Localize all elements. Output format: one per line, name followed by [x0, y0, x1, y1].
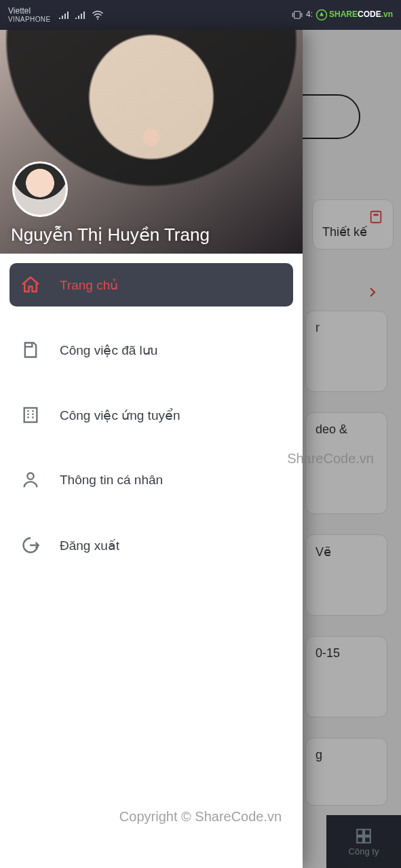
menu-label: Công việc đã lưu — [60, 342, 157, 358]
status-carriers: Viettel VINAPHONE — [8, 7, 51, 23]
menu-label: Công việc ứng tuyển — [60, 408, 180, 423]
menu-item-saved-jobs[interactable]: Công việc đã lưu — [9, 328, 293, 372]
carrier-secondary: VINAPHONE — [8, 16, 51, 23]
user-name: Nguyễn Thị Huyền Trang — [11, 224, 210, 245]
svg-point-6 — [27, 473, 33, 479]
status-time: 4: — [306, 10, 313, 19]
building-icon — [19, 403, 42, 427]
carrier-primary: Viettel — [8, 7, 51, 16]
signal-icon — [75, 11, 86, 19]
status-bar: Viettel VINAPHONE 4: SHARECODE.vn — [0, 0, 401, 30]
menu-label: Trang chủ — [60, 277, 118, 293]
svg-point-0 — [96, 18, 98, 20]
menu-item-home[interactable]: Trang chủ — [9, 263, 293, 307]
menu-label: Đăng xuất — [60, 538, 119, 553]
menu-item-applied-jobs[interactable]: Công việc ứng tuyển — [9, 393, 293, 437]
nav-drawer: Nguyễn Thị Huyền Trang Trang chủ Công vi… — [0, 30, 303, 868]
svg-rect-5 — [24, 408, 37, 422]
logout-icon — [19, 534, 42, 557]
menu-item-profile[interactable]: Thông tin cá nhân — [9, 458, 293, 502]
svg-rect-1 — [294, 12, 300, 19]
drawer-header: Nguyễn Thị Huyền Trang — [0, 30, 303, 254]
menu-item-logout[interactable]: Đăng xuất — [9, 524, 293, 567]
avatar[interactable] — [12, 161, 68, 217]
status-signal-icons — [59, 10, 104, 20]
save-icon — [19, 338, 42, 361]
signal-icon — [59, 11, 70, 19]
status-right: 4: SHARECODE.vn — [291, 9, 393, 21]
home-icon — [19, 273, 42, 296]
drawer-menu: Trang chủ Công việc đã lưu Công việc ứng… — [0, 254, 303, 567]
sharecode-logo: SHARECODE.vn — [316, 9, 393, 21]
vibrate-icon — [291, 10, 303, 20]
user-icon — [19, 469, 42, 492]
menu-label: Thông tin cá nhân — [60, 473, 163, 488]
wifi-icon — [92, 10, 104, 20]
